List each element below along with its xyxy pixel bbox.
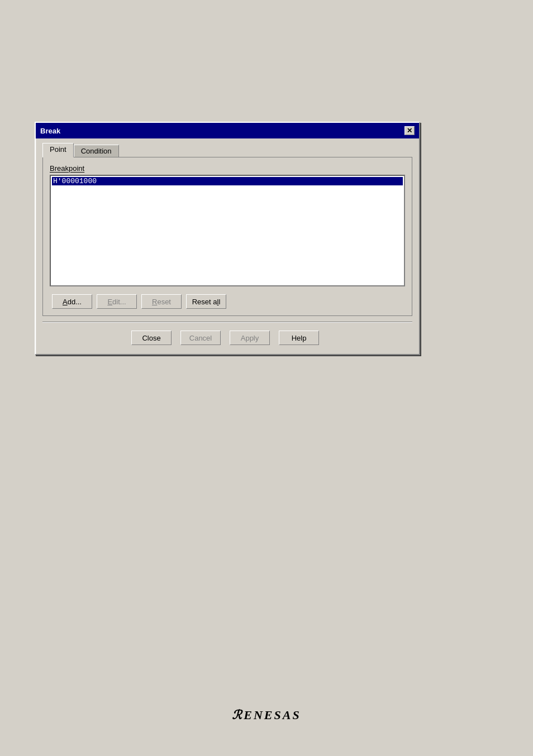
tab-condition[interactable]: Condition xyxy=(74,145,119,157)
help-label: Help xyxy=(292,334,307,342)
reset-all-button[interactable]: Reset all xyxy=(186,294,226,309)
break-dialog: Break ✕ Point Condition Breakpoint xyxy=(35,122,420,355)
breakpoint-value: H'00001000 xyxy=(53,177,97,185)
reset-underline: R xyxy=(152,298,157,306)
breakpoint-label-b: B xyxy=(50,164,55,173)
tab-bar: Point Condition xyxy=(42,143,412,157)
renesas-logo: ℛENESAS xyxy=(232,708,301,722)
apply-button[interactable]: Apply xyxy=(230,331,270,345)
reset-button[interactable]: Reset xyxy=(141,294,182,309)
dialog-title: Break xyxy=(40,127,60,135)
apply-label: Apply xyxy=(241,334,259,342)
edit-button[interactable]: Edit... xyxy=(97,294,137,309)
action-buttons-row: Add... Edit... Reset Reset all xyxy=(50,294,405,309)
title-bar: Break ✕ xyxy=(36,123,419,138)
dialog-content: Point Condition Breakpoint H'00001000 xyxy=(36,138,419,354)
tab-point[interactable]: Point xyxy=(42,143,74,157)
add-underline: A xyxy=(63,298,68,306)
list-item[interactable]: H'00001000 xyxy=(52,177,403,185)
close-icon[interactable]: ✕ xyxy=(404,126,415,135)
close-button[interactable]: Close xyxy=(131,331,172,345)
cancel-label: Cancel xyxy=(189,334,212,342)
breakpoint-label: Breakpoint xyxy=(50,164,405,173)
edit-underline: E xyxy=(107,298,112,306)
add-button[interactable]: Add... xyxy=(52,294,92,309)
tab-point-label: Point xyxy=(50,145,66,154)
close-label: Close xyxy=(142,334,160,342)
page: Break ✕ Point Condition Breakpoint xyxy=(0,0,533,756)
breakpoint-label-rest: reakpoint xyxy=(55,164,84,173)
logo-text: ℛENESAS xyxy=(232,708,301,722)
help-button[interactable]: Help xyxy=(279,331,319,345)
bottom-buttons-row: Close Cancel Apply Help xyxy=(42,328,412,347)
tab-panel: Breakpoint H'00001000 Add... Edit... xyxy=(42,157,412,316)
cancel-button[interactable]: Cancel xyxy=(180,331,221,345)
divider xyxy=(42,322,412,323)
breakpoint-list[interactable]: H'00001000 xyxy=(50,175,405,286)
tab-condition-label: Condition xyxy=(81,147,112,155)
